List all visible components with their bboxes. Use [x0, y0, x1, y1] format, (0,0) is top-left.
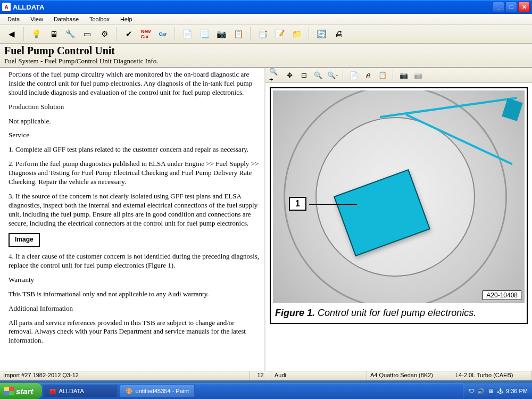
zoom-region-icon[interactable]: 🔍 — [312, 70, 325, 81]
minimize-button[interactable]: _ — [493, 2, 504, 12]
page-heading: Fuel Pump Control Unit Fuel System - Fue… — [0, 44, 532, 68]
article-para: Production Solution — [9, 103, 260, 112]
lamp-icon[interactable]: 💡 — [29, 27, 44, 41]
pan-icon[interactable]: ✥ — [283, 70, 296, 81]
screen-icon[interactable]: 🖥 — [46, 27, 61, 41]
newcar-icon[interactable]: NewCar — [138, 27, 153, 41]
part-number: A20-10408 — [483, 290, 521, 300]
main-toolbar: ◀ 💡 🖥 🔧 ▭ ⚙ ✔ NewCar Car 📄 📃 📷 📋 📑 📝 📁 🔄… — [0, 24, 532, 44]
image-viewport[interactable]: 1 A20-10408 Figure 1. Control unit for f… — [265, 83, 532, 371]
start-button[interactable]: start — [0, 383, 42, 399]
clipboard-icon[interactable]: 📋 — [231, 27, 246, 41]
task-icon: 🎨 — [126, 388, 133, 395]
print-image-icon[interactable]: 🖨 — [362, 70, 375, 81]
maximize-button[interactable]: □ — [505, 2, 517, 12]
article-para: 1. Complete all GFF test plans related t… — [9, 145, 260, 154]
article-para: 2. Perform the fuel pump diagnostics pub… — [9, 160, 260, 187]
menu-data[interactable]: Data — [2, 15, 25, 23]
doc2-icon[interactable]: 📃 — [197, 27, 212, 41]
taskbar: start 🧰 ALLDATA 🎨 untitled45354 - Paint … — [0, 383, 532, 399]
image-toolbar: 🔍+ ✥ ⊡ 🔍 🔍- 📄 🖨 📋 📷 📷 — [265, 68, 532, 83]
article-para: 4. If a clear cause of the customer conc… — [9, 252, 260, 270]
prev-image-icon[interactable]: 📷 — [397, 70, 410, 81]
menu-database[interactable]: Database — [48, 15, 84, 23]
page-title: Fuel Pump Control Unit — [4, 45, 528, 57]
breadcrumb: Fuel System - Fuel Pump/Control Unit Dia… — [4, 57, 528, 65]
zoom-out-icon[interactable]: 🔍- — [326, 70, 339, 81]
statusbar: Import #27 1982-2012 Q3-12 12 Audi A4 Qu… — [0, 371, 532, 380]
article-para: All parts and service references provide… — [9, 319, 260, 346]
callout-1: 1 — [289, 197, 306, 211]
article-para: Not applicable. — [9, 117, 260, 126]
next-image-icon[interactable]: 📷 — [412, 70, 425, 81]
menubar: Data View Database Toolbox Help — [0, 14, 532, 24]
tray-icon[interactable]: 🖥 — [487, 387, 494, 395]
article-scroll[interactable]: Portions of the fuel pump circuitry whic… — [0, 68, 264, 371]
status-count: 12 — [250, 371, 271, 380]
menu-view[interactable]: View — [25, 15, 48, 23]
menu-help[interactable]: Help — [115, 15, 138, 23]
app-icon: A — [2, 3, 11, 11]
article-para: This TSB is informational only and not a… — [9, 290, 260, 299]
status-engine: L4-2.0L Turbo (CAEB) — [452, 371, 532, 380]
doc1-icon[interactable]: 📄 — [180, 27, 195, 41]
camera-icon[interactable]: 📷 — [214, 27, 229, 41]
image-pane: 🔍+ ✥ ⊡ 🔍 🔍- 📄 🖨 📋 📷 📷 — [265, 68, 532, 371]
clipboard-image-icon[interactable]: 📋 — [376, 70, 389, 81]
zoom-in-icon[interactable]: 🔍+ — [269, 70, 281, 81]
article-para: Warranty — [9, 276, 260, 285]
article-para: Portions of the fuel pump circuitry whic… — [9, 70, 260, 97]
window-title: ALLDATA — [13, 3, 493, 11]
print-icon[interactable]: 🖨 — [331, 27, 346, 41]
car-icon[interactable]: Car — [155, 27, 170, 41]
windows-flag-icon — [4, 387, 14, 395]
folder-icon[interactable]: 📁 — [289, 27, 304, 41]
image-button[interactable]: Image — [9, 233, 40, 247]
gear-icon[interactable]: ⚙ — [97, 27, 112, 41]
refresh-icon[interactable]: 🔄 — [314, 27, 329, 41]
note-icon[interactable]: 📝 — [272, 27, 287, 41]
checklist-icon[interactable]: 📑 — [255, 27, 270, 41]
tray-icon[interactable]: 🕹 — [496, 387, 504, 395]
back-button[interactable]: ◀ — [4, 27, 19, 41]
status-vehicle: A4 Quattro Sedan (8K2) — [367, 371, 452, 380]
task-icon: 🧰 — [49, 388, 56, 395]
article-para: Service — [9, 131, 260, 140]
page-icon[interactable]: 📄 — [347, 70, 360, 81]
article-pane: Portions of the fuel pump circuitry whic… — [0, 68, 265, 371]
zoom-fit-icon[interactable]: ⊡ — [297, 70, 310, 81]
article-para: Additional Information — [9, 304, 260, 313]
task-paint[interactable]: 🎨 untitled45354 - Paint — [120, 385, 195, 397]
panel-icon[interactable]: ▭ — [80, 27, 95, 41]
tools-icon[interactable]: 🔧 — [63, 27, 78, 41]
article-para: 3. If the source of the concern is not c… — [9, 192, 260, 228]
status-import: Import #27 1982-2012 Q3-12 — [0, 371, 250, 380]
tray-icon[interactable]: 🔊 — [477, 387, 485, 395]
figure-caption: Figure 1. Control unit for fuel pump ele… — [273, 303, 525, 321]
figure-frame: 1 A20-10408 Figure 1. Control unit for f… — [270, 87, 528, 324]
task-alldata[interactable]: 🧰 ALLDATA — [43, 385, 118, 397]
window-titlebar: A ALLDATA _ □ ✕ — [0, 0, 532, 14]
diagram-image: 1 A20-10408 — [273, 90, 525, 303]
status-make: Audi — [271, 371, 367, 380]
check-icon[interactable]: ✔ — [121, 27, 136, 41]
tray-icon[interactable]: 🛡 — [468, 387, 475, 395]
system-tray[interactable]: 🛡 🔊 🖥 🕹 9:36 PM — [463, 383, 532, 399]
close-button[interactable]: ✕ — [518, 2, 530, 12]
tray-clock[interactable]: 9:36 PM — [506, 388, 528, 394]
menu-toolbox[interactable]: Toolbox — [84, 15, 115, 23]
